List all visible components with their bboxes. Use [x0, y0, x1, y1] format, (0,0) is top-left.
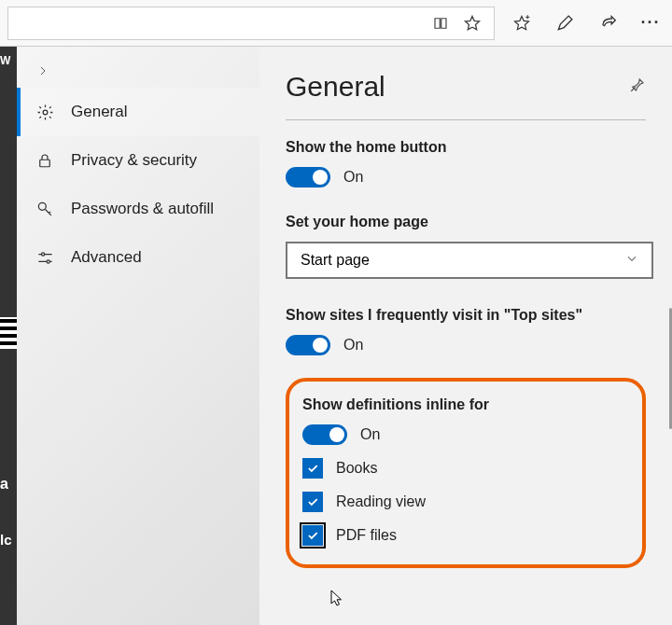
checkbox-books[interactable]	[302, 458, 323, 479]
home-page-label: Set your home page	[286, 214, 646, 230]
gear-icon	[35, 103, 54, 121]
collapse-sidebar-button[interactable]	[17, 54, 259, 88]
definitions-label: Show definitions inline for	[302, 396, 629, 413]
definitions-toggle[interactable]	[302, 424, 347, 445]
sidebar-item-label: Privacy & security	[71, 151, 197, 170]
sliders-icon	[35, 248, 54, 267]
panel-title: General	[286, 71, 385, 103]
svg-point-4	[47, 259, 49, 262]
svg-point-2	[38, 202, 46, 210]
checkbox-pdf-files[interactable]	[302, 525, 323, 546]
checkbox-reading-view[interactable]	[302, 492, 323, 512]
favorite-star-icon[interactable]	[456, 7, 488, 39]
top-sites-label: Show sites I frequently visit in "Top si…	[286, 307, 646, 324]
more-icon[interactable]: ···	[629, 0, 672, 47]
sidebar-item-privacy[interactable]: Privacy & security	[17, 136, 259, 185]
divider	[286, 119, 646, 120]
chevron-down-icon	[625, 252, 638, 269]
top-sites-toggle[interactable]	[286, 335, 330, 355]
lock-icon	[35, 151, 54, 170]
checkbox-reading-view-label: Reading view	[336, 493, 426, 510]
home-button-label: Show the home button	[286, 139, 646, 156]
hub-favorites-icon[interactable]	[500, 0, 543, 47]
web-notes-icon[interactable]	[543, 0, 586, 47]
reading-view-icon[interactable]	[425, 7, 456, 39]
address-bar[interactable]	[7, 7, 495, 40]
svg-point-0	[43, 110, 48, 115]
settings-sidebar: General Privacy & security Passwords & a…	[17, 47, 259, 625]
pin-pane-icon[interactable]	[629, 76, 646, 97]
sidebar-item-label: General	[71, 103, 127, 121]
share-icon[interactable]	[586, 0, 629, 47]
background-page-sliver: W a lc	[0, 47, 17, 625]
browser-toolbar: ···	[0, 0, 672, 47]
top-sites-toggle-state: On	[343, 337, 363, 354]
sidebar-item-label: Passwords & autofill	[71, 200, 214, 218]
home-button-toggle[interactable]	[286, 167, 330, 188]
home-page-select[interactable]: Start page	[286, 242, 653, 279]
key-icon	[35, 200, 54, 218]
home-page-selected: Start page	[301, 252, 625, 269]
definitions-toggle-state: On	[360, 426, 380, 443]
checkbox-books-label: Books	[336, 460, 377, 477]
sidebar-item-advanced[interactable]: Advanced	[17, 233, 259, 282]
definitions-highlight-box: Show definitions inline for On Books Rea…	[286, 378, 646, 568]
settings-panel: General Show the home button On Set your…	[259, 47, 672, 625]
sidebar-item-passwords[interactable]: Passwords & autofill	[17, 185, 259, 233]
svg-rect-1	[40, 160, 50, 167]
checkbox-pdf-files-label: PDF files	[336, 527, 397, 544]
svg-point-3	[41, 252, 44, 255]
home-button-toggle-state: On	[343, 169, 363, 186]
sidebar-item-label: Advanced	[71, 248, 142, 267]
sidebar-item-general[interactable]: General	[17, 88, 259, 136]
